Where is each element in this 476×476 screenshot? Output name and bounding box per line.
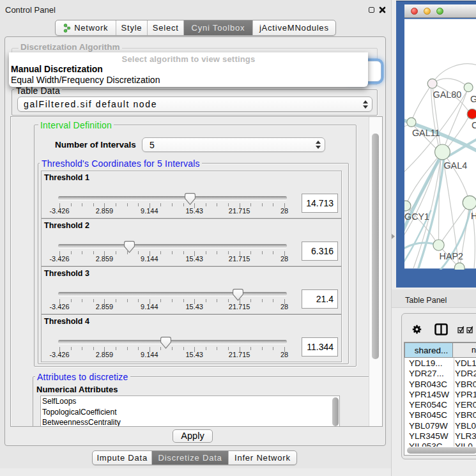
svg-text:GAL80: GAL80	[433, 89, 461, 100]
svg-text:G: G	[470, 94, 476, 104]
svg-text:HAP2: HAP2	[439, 251, 463, 261]
svg-text:GAL11: GAL11	[411, 128, 440, 138]
svg-text:GAL4: GAL4	[443, 160, 467, 171]
svg-text:GCY1: GCY1	[404, 211, 429, 222]
svg-text:C: C	[472, 120, 476, 130]
svg-text:H: H	[471, 211, 476, 221]
